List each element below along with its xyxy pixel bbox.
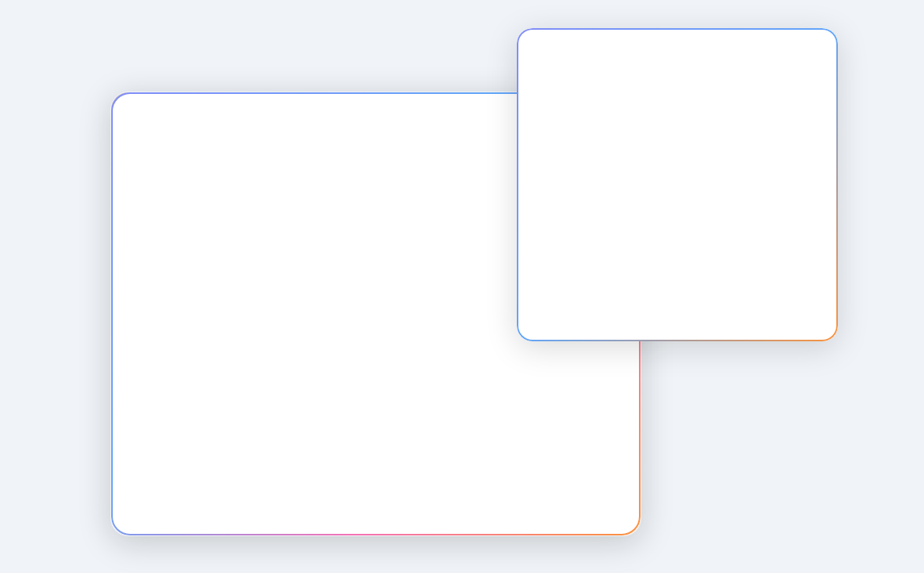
- chat-status: Active Now: [608, 59, 771, 70]
- message-text-2: Yes, i'm at Istanbul..: [714, 156, 811, 168]
- chat-header: ← Smith Mathew Active Now: [517, 28, 838, 88]
- headphone-ear-right: [305, 194, 323, 219]
- message-input[interactable]: [528, 309, 763, 322]
- message-text-1: Are you still travelling?: [579, 112, 689, 124]
- chat-username: Smith Mathew: [608, 46, 771, 59]
- chat-button[interactable]: [346, 476, 387, 517]
- voice-input-button[interactable]: [794, 299, 827, 332]
- chat-contact-avatar: [564, 41, 598, 75]
- video-button[interactable]: [186, 476, 227, 517]
- chat-card: ← Smith Mathew Active Now: [517, 28, 838, 341]
- end-call-button[interactable]: End Call: [515, 478, 619, 515]
- svg-point-7: [424, 495, 427, 498]
- face: [204, 158, 283, 252]
- control-bar: End Call: [111, 457, 641, 535]
- svg-rect-9: [809, 310, 813, 316]
- share-screen-button[interactable]: [240, 476, 280, 517]
- status-text: Active Now: [608, 59, 655, 70]
- headphone-ear-left: [164, 194, 182, 219]
- chat-back-button[interactable]: ←: [531, 49, 554, 68]
- hair-left: [172, 173, 192, 267]
- chat-header-icons: [780, 48, 824, 69]
- record-button[interactable]: [293, 476, 334, 517]
- online-indicator: [658, 62, 664, 68]
- mic-button[interactable]: [133, 476, 174, 517]
- chat-user-info: Smith Mathew Active Now: [608, 46, 771, 70]
- scene: End Call ← Smith Mathew Active Now: [110, 28, 814, 545]
- local-video-panel: [111, 92, 376, 457]
- svg-point-6: [418, 495, 421, 498]
- local-user-video: [111, 92, 376, 457]
- svg-rect-3: [200, 492, 210, 499]
- send-button[interactable]: [771, 306, 786, 326]
- chat-messages: Are you still travelling? Yes, i'm at Is…: [517, 88, 838, 289]
- svg-point-5: [413, 495, 417, 498]
- message-avatar-1: [531, 107, 559, 135]
- hair-right: [295, 173, 315, 267]
- svg-rect-8: [808, 52, 818, 59]
- record-indicator: [306, 489, 320, 503]
- message-bubble-1: Are you still travelling?: [567, 103, 702, 135]
- more-options-button[interactable]: [399, 476, 440, 517]
- svg-rect-0: [151, 489, 156, 497]
- video-call-icon-button[interactable]: [807, 48, 824, 69]
- message-row-2: Yes, i'm at Istanbul..: [531, 146, 824, 179]
- call-icon-button[interactable]: [780, 48, 796, 69]
- message-bubble-2: Yes, i'm at Istanbul..: [702, 146, 824, 179]
- chat-input-row: [517, 289, 838, 341]
- message-row-1: Are you still travelling?: [531, 103, 824, 135]
